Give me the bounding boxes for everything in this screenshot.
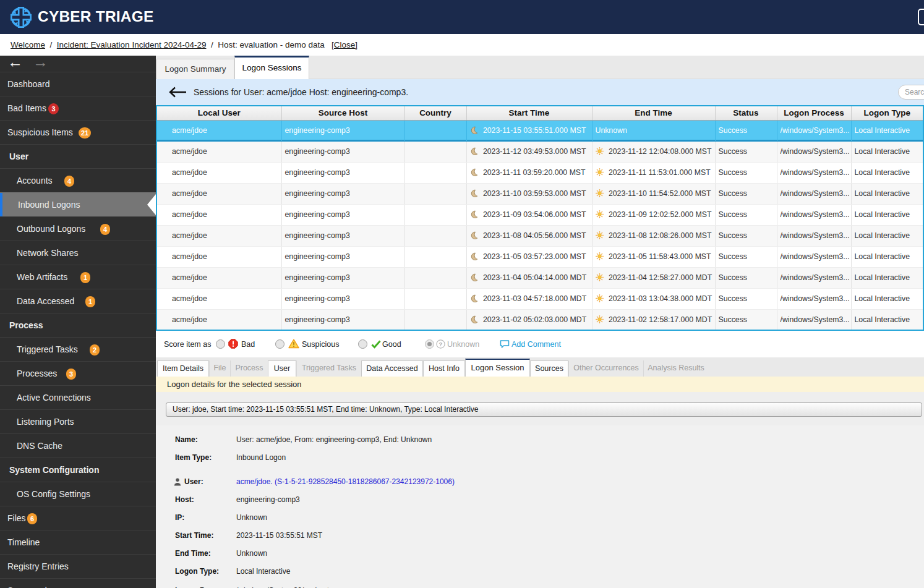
svg-text:?: ? bbox=[439, 341, 443, 347]
